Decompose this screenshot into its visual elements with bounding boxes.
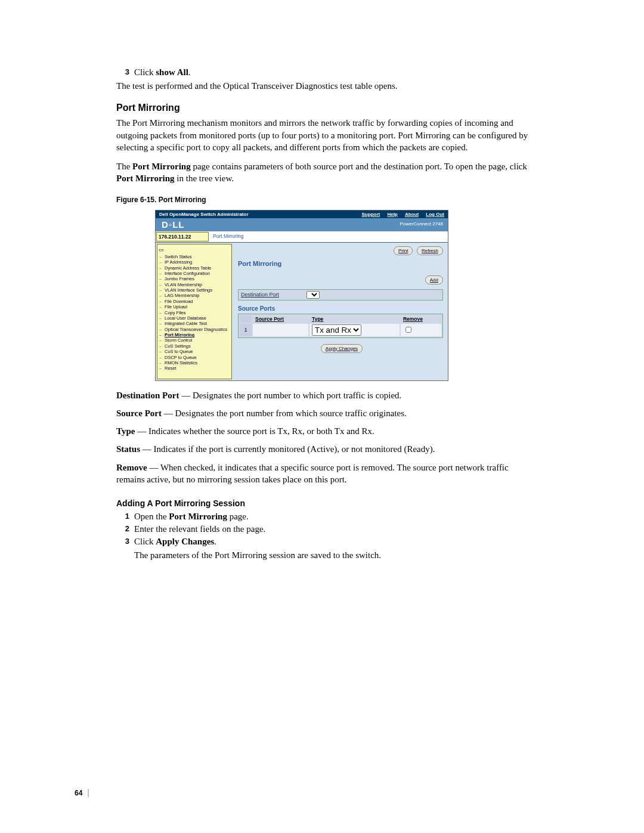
- tree-item-cos-to-queue[interactable]: CoS to Queue: [159, 349, 230, 354]
- ui-topbar: Dell OpenManage Switch Administrator Sup…: [156, 210, 448, 218]
- step-number: 3: [116, 67, 134, 78]
- tree-item-integrated-cable-test[interactable]: Integrated Cable Test: [159, 321, 230, 326]
- table-row: 1 Tx and Rx: [240, 324, 441, 336]
- add-step-1: 1 Open the Port Mirroring page.: [116, 512, 534, 522]
- port-mirroring-desc-1: The Port Mirroring mechanism monitors an…: [116, 117, 534, 153]
- tree-item-cos-settings[interactable]: CoS Settings: [159, 343, 230, 349]
- tree-item-storm-control[interactable]: Storm Control: [159, 337, 230, 343]
- source-ports-table: Source Port Type Remove 1 Tx and Rx: [238, 314, 443, 338]
- col-source-port: Source Port: [253, 315, 308, 323]
- tree-item-switch-status[interactable]: Switch Status: [159, 254, 230, 259]
- figure-caption: Figure 6-15. Port Mirroring: [116, 196, 534, 204]
- apply-changes-button[interactable]: Apply Changes: [321, 344, 363, 353]
- panel-title: Port Mirroring: [238, 260, 443, 267]
- col-type: Type: [309, 315, 400, 323]
- type-select[interactable]: Tx and Rx: [312, 324, 361, 336]
- tree-item-lag-membership[interactable]: LAG Membership: [159, 293, 230, 298]
- tree-item-local-user-database[interactable]: Local User Database: [159, 315, 230, 321]
- tree-item-reset[interactable]: Reset: [159, 366, 230, 371]
- step-text: Click show All.: [134, 67, 534, 78]
- row-index: 1: [240, 324, 252, 336]
- def-remove: Remove — When checked, it indicates that…: [116, 462, 534, 486]
- nav-tree: ▭ Switch StatusIP AddressingDynamic Addr…: [157, 244, 232, 379]
- tree-item-ip-addressing[interactable]: IP Addressing: [159, 259, 230, 265]
- tree-item-dynamic-address-table[interactable]: Dynamic Address Table: [159, 265, 230, 271]
- breadcrumb: 176.210.11.22 Port Mirroring: [156, 231, 448, 243]
- def-type: Type — Indicates whether the source port…: [116, 425, 534, 437]
- def-status: Status — Indicates if the port is curren…: [116, 443, 534, 455]
- help-link[interactable]: Help: [387, 212, 397, 217]
- tree-item-interface-configuration[interactable]: Interface Configuration: [159, 271, 230, 276]
- main-panel: Print Refresh Port Mirroring Add Destina…: [233, 243, 448, 380]
- destination-port-label: Destination Port: [241, 292, 306, 298]
- device-ip: 176.210.11.22: [156, 232, 209, 241]
- tree-item-vlan-membership[interactable]: VLAN Membership: [159, 282, 230, 287]
- add-button[interactable]: Add: [425, 275, 443, 284]
- tree-item-optical-transceiver-diagnostics[interactable]: Optical Transceiver Diagnostics: [159, 327, 230, 332]
- def-destination-port: Destination Port — Designates the port n…: [116, 389, 534, 401]
- folder-icon: ▭: [159, 247, 230, 253]
- port-mirroring-desc-2: The Port Mirroring page contains paramet…: [116, 160, 534, 185]
- add-step-3: 3 Click Apply Changes. The parameters of…: [116, 537, 534, 561]
- tree-item-jumbo-frames[interactable]: Jumbo Frames: [159, 276, 230, 281]
- source-ports-heading: Source Ports: [238, 305, 443, 312]
- destination-port-row: Destination Port: [238, 289, 443, 301]
- tree-item-copy-files[interactable]: Copy Files: [159, 310, 230, 315]
- port-mirroring-screenshot: Dell OpenManage Switch Administrator Sup…: [155, 210, 448, 381]
- tree-item-vlan-interface-settings[interactable]: VLAN Interface Settings: [159, 287, 230, 293]
- print-button[interactable]: Print: [394, 246, 413, 255]
- after-step3-text: The test is performed and the Optical Tr…: [116, 80, 534, 92]
- page-number: 64|: [75, 788, 89, 797]
- def-source-port: Source Port — Designates the port number…: [116, 407, 534, 419]
- destination-port-select[interactable]: [306, 291, 320, 299]
- breadcrumb-item: Port Mirroring: [209, 231, 247, 242]
- col-remove: Remove: [401, 315, 441, 323]
- tree-item-rmon-statistics[interactable]: RMON Statistics: [159, 360, 230, 366]
- tree-item-file-download[interactable]: File Download: [159, 299, 230, 304]
- support-link[interactable]: Support: [362, 212, 380, 217]
- section-port-mirroring: Port Mirroring: [116, 103, 534, 113]
- ui-title: Dell OpenManage Switch Administrator: [159, 212, 356, 217]
- dell-logo: D◦LL: [162, 219, 184, 230]
- step-3: 3 Click show All.: [116, 67, 534, 78]
- tree-item-port-mirroring[interactable]: Port Mirroring: [159, 332, 230, 337]
- remove-checkbox[interactable]: [405, 327, 411, 333]
- logout-link[interactable]: Log Out: [426, 212, 444, 217]
- refresh-button[interactable]: Refresh: [417, 246, 443, 255]
- table-header-row: Source Port Type Remove: [240, 315, 441, 323]
- brand-band: D◦LL PowerConnect 2748: [156, 218, 448, 231]
- product-name: PowerConnect 2748: [400, 221, 444, 227]
- adding-session-heading: Adding A Port Mirroring Session: [116, 498, 534, 508]
- add-step-2: 2 Enter the relevant fields on the page.: [116, 524, 534, 534]
- tree-item-file-upload[interactable]: File Upload: [159, 304, 230, 309]
- about-link[interactable]: About: [405, 212, 419, 217]
- tree-item-dscp-to-queue[interactable]: DSCP to Queue: [159, 355, 230, 360]
